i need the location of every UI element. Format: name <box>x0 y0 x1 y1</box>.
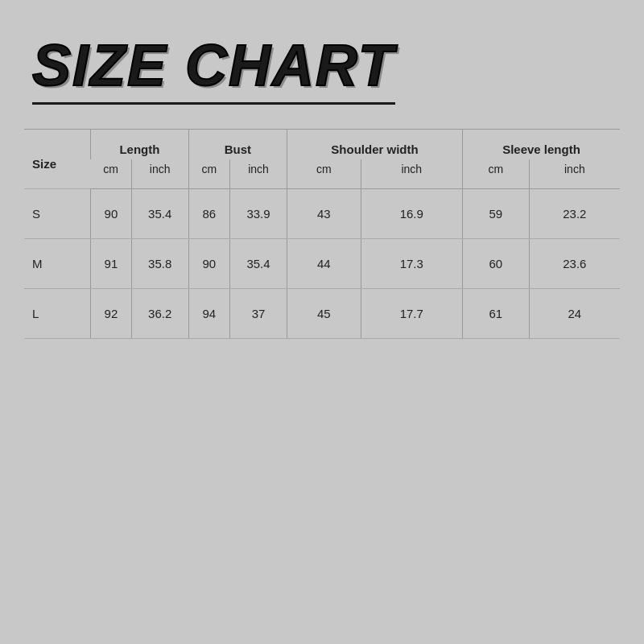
size-cell: M <box>24 239 91 289</box>
shoulder-cm-cell: 44 <box>287 239 361 289</box>
length-inch-cell: 35.8 <box>131 239 188 289</box>
size-cell: L <box>24 289 91 339</box>
shoulder-inch-cell: 17.7 <box>361 289 462 339</box>
sleeve-cm-cell: 59 <box>462 189 529 239</box>
size-chart-table: Size Length Bust Shoulder width Sleeve l… <box>24 129 620 339</box>
shoulder-inch-header: inch <box>361 159 462 189</box>
length-inch-header: inch <box>131 159 188 189</box>
bust-inch-cell: 35.4 <box>230 239 287 289</box>
length-cm-cell: 91 <box>91 239 131 289</box>
bust-cm-header: cm <box>188 159 229 189</box>
bust-cm-cell: 90 <box>188 239 229 289</box>
sleeve-column-header: Sleeve length <box>462 130 620 160</box>
length-cm-header: cm <box>91 159 131 189</box>
length-inch-cell: 35.4 <box>131 189 188 239</box>
sleeve-inch-cell: 23.2 <box>529 189 620 239</box>
header-row-units: cm inch cm inch cm inch cm <box>24 159 620 189</box>
shoulder-inch-cell: 16.9 <box>361 189 462 239</box>
length-cm-cell: 92 <box>91 289 131 339</box>
title-container: SIZE CHART <box>0 0 644 121</box>
sleeve-cm-cell: 60 <box>462 239 529 289</box>
size-cell: S <box>24 189 91 239</box>
bust-inch-header: inch <box>230 159 287 189</box>
table-row: L9236.294374517.76124 <box>24 289 620 339</box>
table-row: M9135.89035.44417.36023.6 <box>24 239 620 289</box>
length-column-header: Length <box>91 130 188 160</box>
bust-cm-cell: 86 <box>188 189 229 239</box>
bust-inch-cell: 37 <box>230 289 287 339</box>
shoulder-inch-cell: 17.3 <box>361 239 462 289</box>
bust-column-header: Bust <box>188 130 287 160</box>
table-row: S9035.48633.94316.95923.2 <box>24 189 620 239</box>
table-container: Size Length Bust Shoulder width Sleeve l… <box>0 121 644 363</box>
sleeve-cm-cell: 61 <box>462 289 529 339</box>
size-column-header: Size <box>24 130 91 189</box>
bust-inch-cell: 33.9 <box>230 189 287 239</box>
sleeve-inch-header: inch <box>529 159 620 189</box>
bust-cm-cell: 94 <box>188 289 229 339</box>
shoulder-cm-cell: 43 <box>287 189 361 239</box>
length-cm-cell: 90 <box>91 189 131 239</box>
shoulder-cm-cell: 45 <box>287 289 361 339</box>
length-inch-cell: 36.2 <box>131 289 188 339</box>
sleeve-inch-cell: 24 <box>529 289 620 339</box>
header-row-group-labels: Size Length Bust Shoulder width Sleeve l… <box>24 130 620 160</box>
sleeve-inch-cell: 23.6 <box>529 239 620 289</box>
sleeve-cm-header: cm <box>462 159 529 189</box>
shoulder-cm-header: cm <box>287 159 361 189</box>
size-chart-title: SIZE CHART <box>32 32 395 105</box>
shoulder-column-header: Shoulder width <box>287 130 463 160</box>
